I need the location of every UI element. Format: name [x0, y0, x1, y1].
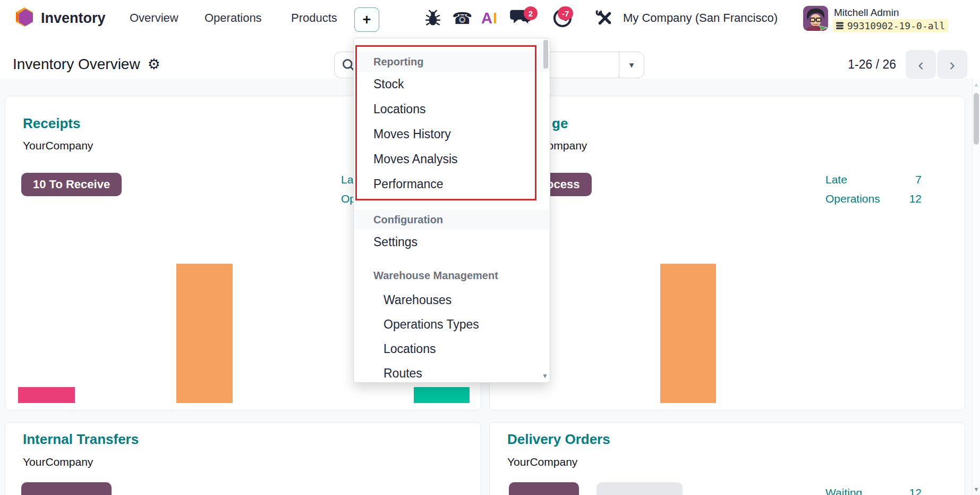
stat-label: Waiting	[825, 486, 862, 495]
inventory-app-icon	[15, 7, 34, 29]
stat-value: 12	[909, 486, 922, 495]
kanban-card-delivery-orders: Delivery Orders YourCompany Waiting 12	[489, 422, 965, 495]
menu-item-settings[interactable]: Settings	[354, 230, 550, 255]
nav-operations[interactable]: Operations	[204, 0, 262, 36]
nav-products[interactable]: Products	[291, 0, 337, 36]
delivery-secondary-button[interactable]	[596, 482, 683, 495]
card-company: YourCompany	[23, 139, 93, 152]
pager: 1-26 / 26 ‹ ›	[848, 50, 967, 79]
nav-overview[interactable]: Overview	[130, 0, 178, 36]
inventory-menu-dropdown: Reporting Stock Locations Moves History …	[353, 38, 550, 383]
menu-item-warehouses[interactable]: Warehouses	[354, 288, 550, 312]
stat-value: 12	[909, 192, 922, 205]
pager-range: 1-26 / 26	[848, 57, 896, 72]
database-icon	[836, 22, 844, 30]
card-title[interactable]: Delivery Orders	[507, 431, 610, 448]
phone-icon[interactable]: ☎	[452, 0, 473, 36]
stat-operations[interactable]: Operations 12	[825, 189, 922, 208]
menu-item-routes[interactable]: Routes	[354, 361, 550, 383]
card-company: YourCompany	[507, 456, 577, 468]
to-receive-button[interactable]: 10 To Receive	[21, 173, 122, 196]
menu-item-operations-types[interactable]: Operations Types	[354, 312, 550, 337]
page-title: Inventory Overview	[13, 56, 140, 73]
inventory-app-window: Inventory Overview Operations Products +…	[0, 0, 980, 495]
menu-item-performance[interactable]: Performance	[354, 172, 550, 197]
app-name: Inventory	[41, 10, 106, 27]
chevron-right-icon: ›	[949, 55, 955, 74]
scrollbar-thumb[interactable]	[974, 93, 979, 145]
menu-section-configuration: Configuration	[354, 209, 550, 230]
card-title[interactable]: Internal Transfers	[23, 431, 139, 448]
menu-item-locations-config[interactable]: Locations	[354, 337, 550, 361]
chart-bar[interactable]	[18, 387, 75, 403]
stat-label: Late	[825, 173, 847, 186]
messages-count-badge: 2	[524, 6, 538, 20]
card-title[interactable]: Receipts	[23, 115, 80, 132]
kanban-card-internal-transfers: Internal Transfers YourCompany	[5, 422, 481, 495]
menu-item-moves-analysis[interactable]: Moves Analysis	[354, 147, 550, 172]
top-navbar: Inventory Overview Operations Products +…	[0, 0, 980, 36]
pager-previous-button[interactable]: ‹	[906, 50, 936, 79]
card-company: YourCompany	[23, 456, 93, 468]
stat-label: Operations	[825, 192, 880, 205]
chart-bar[interactable]	[414, 387, 470, 403]
card-stats: Waiting 12	[825, 483, 922, 495]
dropdown-scroll-down-icon[interactable]: ▼	[542, 372, 548, 380]
menu-item-locations-report[interactable]: Locations	[354, 97, 550, 122]
kanban-card-partially-hidden: ge YourCompany To Process Late 7 Operati…	[489, 96, 965, 410]
caret-down-icon: ▾	[629, 60, 634, 71]
stat-waiting[interactable]: Waiting 12	[825, 483, 922, 495]
build-version-badge[interactable]: 99310902-19-0-all	[833, 19, 948, 32]
menu-item-stock[interactable]: Stock	[354, 72, 550, 97]
debug-bug-icon[interactable]	[425, 0, 441, 36]
pager-next-button[interactable]: ›	[937, 50, 967, 79]
expand-menu-button[interactable]: +	[354, 7, 379, 32]
menu-item-moves-history[interactable]: Moves History	[354, 122, 550, 147]
ai-icon[interactable]: AI	[481, 0, 497, 36]
scroll-up-icon[interactable]: ▲	[973, 81, 980, 88]
user-avatar[interactable]	[803, 6, 828, 31]
build-id: 99310902-19-0-all	[847, 20, 945, 31]
scroll-down-icon[interactable]: ▼	[973, 486, 980, 492]
dropdown-scrollbar-thumb[interactable]	[543, 40, 548, 69]
search-options-toggle[interactable]: ▾	[619, 52, 644, 78]
app-switcher[interactable]: Inventory	[15, 0, 106, 36]
gear-icon[interactable]: ⚙	[148, 57, 160, 72]
stat-value: 7	[915, 173, 922, 186]
chart-bar[interactable]	[176, 264, 233, 403]
tools-icon[interactable]	[595, 0, 613, 36]
menu-section-warehouse-management: Warehouse Management	[354, 263, 550, 288]
card-stats: Late 7 Operations 12	[825, 170, 922, 208]
user-name[interactable]: Mitchell Admin	[834, 7, 899, 19]
stat-late[interactable]: Late 7	[825, 170, 922, 189]
card-title-fragment[interactable]: ge	[552, 115, 568, 132]
company-switcher[interactable]: My Company (San Francisco)	[623, 0, 778, 36]
chevron-left-icon: ‹	[918, 55, 924, 74]
delivery-primary-button[interactable]	[509, 482, 579, 495]
menu-section-reporting: Reporting	[354, 52, 550, 72]
activities-count-badge: -7	[558, 6, 573, 20]
page-scrollbar[interactable]: ▲ ▼	[972, 79, 980, 495]
chart-bar[interactable]	[660, 264, 716, 403]
bar-chart	[490, 254, 965, 403]
transfers-button[interactable]	[21, 482, 112, 495]
